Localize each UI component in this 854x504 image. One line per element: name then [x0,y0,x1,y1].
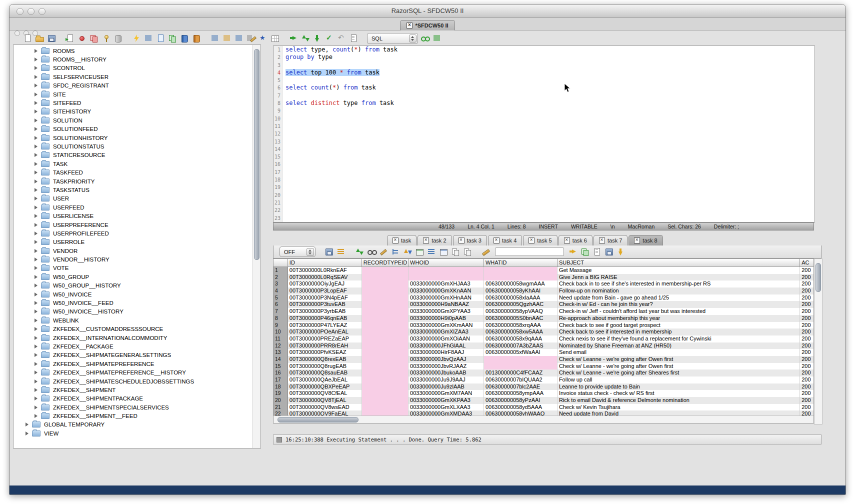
stepper-icon[interactable] [409,34,416,42]
cell-recordtypeid[interactable] [362,294,408,302]
tree-item[interactable]: ZKFEDEX__SHIPMATEGENERALSETTINGS [14,351,252,360]
cell-recordtypeid[interactable] [362,336,408,342]
disclosure-triangle-icon[interactable] [34,170,38,174]
cell-recordtypeid[interactable] [362,328,408,336]
disclosure-triangle-icon[interactable] [34,388,38,392]
table-row[interactable]: 1700T3000000QAeJbEAL0033000000Ju9J9AAJ00… [274,376,814,384]
cell-id[interactable]: 00T3000000PREZaEAP [288,336,362,342]
cell-whoid[interactable]: 0033000000H9aNBAAZ [408,301,484,308]
cell-subject[interactable]: Check back to see if good target prospec… [558,322,800,329]
cell-whatid[interactable] [484,363,558,370]
cell-id[interactable]: 00T3000000QV8TjEAL [288,397,362,404]
cell-recordtypeid[interactable] [362,384,408,390]
cell-whatid[interactable]: 0013000000C4fFCAAZ [484,370,558,376]
disclosure-triangle-icon[interactable] [34,118,38,122]
tree-item[interactable]: ZKFEDEX__PACKAGE [14,342,252,350]
tree-scrollbar[interactable] [252,45,260,448]
cell-whoid[interactable]: 0033000000GmXOiAAN [408,336,484,342]
cell-whoid[interactable]: 0033000000GmXKmAAN [408,322,484,329]
cell-ac[interactable]: 200 [800,288,814,294]
tree-item[interactable]: USERFEED [14,203,252,212]
cell-subject[interactable]: Invoice status check - check w/ RS first [558,390,800,397]
cell-subject[interactable]: Check w/ Leanne - we're going after Owen… [558,363,800,370]
search-go-icon[interactable] [568,248,578,256]
table-row[interactable]: 1500T3000000Q8rugEAB0033000000JbvRJAAZCh… [274,363,814,370]
disclosure-triangle-icon[interactable] [34,362,38,366]
cell-whoid[interactable] [408,274,484,281]
connection-pin-icon[interactable] [101,34,111,43]
tree-item[interactable]: W50_INVOICE [14,290,252,298]
disclosure-triangle-icon[interactable] [34,153,38,157]
cell-ac[interactable]: 200 [800,390,814,397]
cell-whatid[interactable]: 006300000058ypVAAQ [484,308,558,315]
cell-whoid[interactable]: 0033000000Ju9zlAAB [408,384,484,390]
header-cell-ac[interactable]: AC [800,259,814,266]
cell-whatid[interactable]: 006300000058yd5AAA [484,404,558,411]
close-tab-icon[interactable] [392,238,398,244]
disclosure-triangle-icon[interactable] [34,370,38,374]
cell-recordtypeid[interactable] [362,342,408,350]
cell-whoid[interactable]: 0033000000GmXM7AAN [408,390,484,397]
zoom-window-icon[interactable] [38,8,46,15]
new-file-icon[interactable] [22,34,32,43]
cell-whatid[interactable]: 00630000007A3bZAAS [484,342,558,350]
object-list-icon[interactable] [210,34,220,43]
disclosure-triangle-icon[interactable] [34,318,38,322]
cell-whoid[interactable]: 0033000000GmXLXAA3 [408,404,484,411]
cell-id[interactable]: 00T3000000QAeJbEAL [288,376,362,384]
cell-whatid[interactable]: 006300000058xlaAAA [484,294,558,302]
table-row[interactable]: 600T3000000P3tuvEAB0033000000H9aNBAAZ006… [274,301,814,308]
import-connection-icon[interactable] [65,34,75,43]
cell-subject[interactable]: Check nexis to see if they've found a re… [558,336,800,342]
cell-whoid[interactable]: 0033000000GmXKnAAN [408,288,484,294]
stepper-icon[interactable] [306,248,314,256]
disclosure-triangle-icon[interactable] [34,196,38,200]
cell-ac[interactable]: 200 [800,322,814,329]
disclosure-triangle-icon[interactable] [34,84,38,88]
cell-ac[interactable]: 200 [800,280,814,288]
cell-id[interactable]: 00T3000000POeAnEAL [288,328,362,336]
cell-recordtypeid[interactable] [362,376,408,384]
table-row[interactable]: 500T3000000P3N4pEAF0033000000GmXHnAAN006… [274,294,814,302]
cell-ac[interactable]: 200 [800,342,814,350]
result-tab-task-2[interactable]: task 2 [418,235,452,246]
disclosure-triangle-icon[interactable] [34,406,38,410]
minimize-window-icon[interactable] [28,8,34,15]
generate-sql-icon[interactable] [156,34,166,43]
cell-ac[interactable]: 200 [800,349,814,356]
cell-id[interactable]: 00T3000000Q8sauEAB [288,370,362,376]
tree-item[interactable]: VIEW [14,429,252,438]
hscrollbar-thumb[interactable] [278,417,358,422]
cell-whoid[interactable]: 0033000000JbukoAAB [408,370,484,376]
filter-results-icon[interactable] [336,248,346,256]
disclosure-triangle-icon[interactable] [34,214,38,218]
report-view-icon[interactable] [592,248,602,256]
cell-id[interactable]: 00T3000000P3LopEAF [288,288,362,294]
cell-id[interactable]: 00T3000000Q8rugEAB [288,363,362,370]
save-file-icon[interactable] [46,34,56,43]
table-row[interactable]: 1800T3000000QBXPeEAP0033000000Ju9zlAAB00… [274,384,814,390]
header-cell-subject[interactable]: SUBJECT [558,259,800,266]
download-records-icon[interactable] [616,248,626,256]
format-sql-icon[interactable] [234,34,244,43]
cell-ac[interactable]: 200 [800,274,814,281]
table-row[interactable]: 2100T3000000QV8wsEAD0033000000GmXLXAA300… [274,404,814,411]
cell-id[interactable]: 00T3000000OiyJgEAJ [288,280,362,288]
cell-id[interactable]: 00T3000000L0RknEAF [288,267,362,274]
cell-recordtypeid[interactable] [362,356,408,363]
cell-recordtypeid[interactable] [362,280,408,288]
disclosure-triangle-icon[interactable] [34,66,38,70]
cell-ac[interactable]: 200 [800,384,814,390]
cell-recordtypeid[interactable] [362,315,408,322]
disclosure-triangle-icon[interactable] [34,344,38,348]
cell-ac[interactable]: 200 [800,397,814,404]
cell-id[interactable]: 00T3000000P46qnEAB [288,315,362,322]
disclosure-triangle-icon[interactable] [34,266,38,270]
cell-ac[interactable]: 200 [800,370,814,376]
statement-type-select[interactable]: SQL [367,33,418,44]
table-row[interactable]: 2000T3000000QV8TjEAL0033000000GmXKPAA300… [274,397,814,404]
cell-subject[interactable]: Follow-up on nomination [558,288,800,294]
tree-item[interactable]: SITEHISTORY [14,108,252,116]
commit-icon[interactable] [324,34,334,43]
cell-subject[interactable]: Nominated by Shane Freeman at ANZ (HR50) [558,342,800,350]
